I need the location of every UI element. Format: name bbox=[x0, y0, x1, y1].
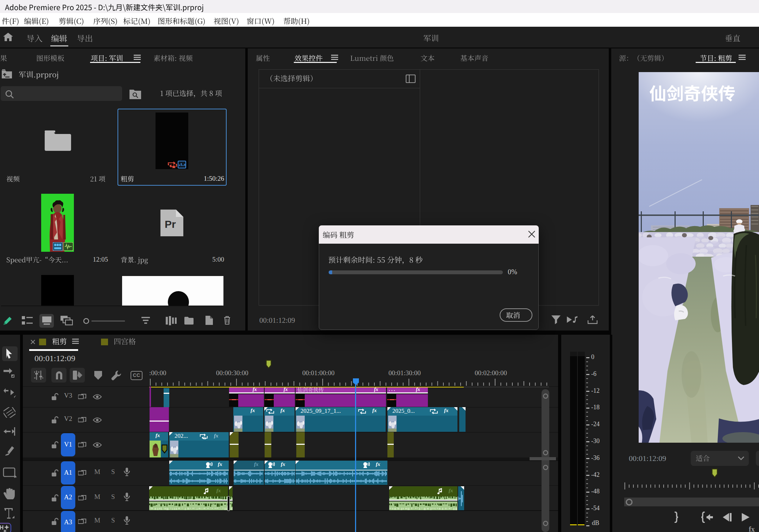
svg-text:Pr: Pr bbox=[165, 218, 176, 230]
